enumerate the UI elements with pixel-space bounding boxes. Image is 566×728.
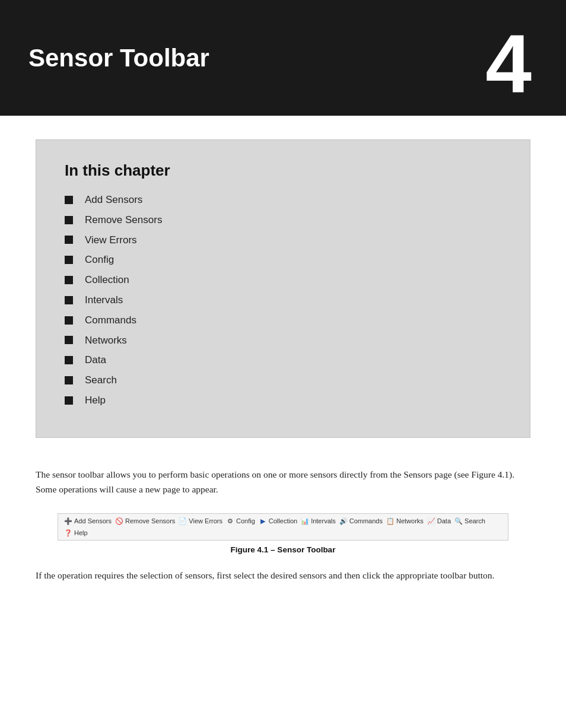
chapter-number: 4 <box>485 23 532 106</box>
bullet-icon <box>65 396 73 405</box>
list-item: Help <box>65 393 501 408</box>
list-item-label: Networks <box>85 333 127 348</box>
toolbar-item-label: Config <box>236 517 255 524</box>
toolbar-item-icon: ➕ <box>64 517 72 525</box>
bullet-icon <box>65 216 73 224</box>
list-item: Config <box>65 253 501 267</box>
toolbar-item-label: Networks <box>396 517 424 524</box>
toolbar-item-label: Add Sensors <box>74 517 112 524</box>
toolbar-item-label: Intervals <box>311 517 336 524</box>
toolbar-item[interactable]: 📈Data <box>427 517 451 525</box>
chapter-list: Add SensorsRemove SensorsView ErrorsConf… <box>65 193 501 408</box>
body-paragraph-1: The sensor toolbar allows you to perform… <box>36 468 530 497</box>
toolbar-item-label: View Errors <box>189 517 222 524</box>
toolbar-image: ➕Add Sensors🚫Remove Sensors📄View Errors⚙… <box>58 513 508 541</box>
bullet-icon <box>65 336 73 344</box>
list-item: Data <box>65 353 501 367</box>
toolbar-item-icon: ⚙ <box>226 517 234 525</box>
list-item: Remove Sensors <box>65 213 501 227</box>
bullet-icon <box>65 376 73 384</box>
list-item: Collection <box>65 273 501 287</box>
list-item-label: Help <box>85 393 106 408</box>
list-item-label: Add Sensors <box>85 193 142 207</box>
toolbar-item-icon: 📄 <box>179 517 187 525</box>
list-item-label: Remove Sensors <box>85 213 162 227</box>
toolbar-item[interactable]: ⚙Config <box>226 517 255 525</box>
list-item-label: Collection <box>85 273 129 287</box>
page-title: Sensor Toolbar <box>28 44 209 72</box>
bullet-icon <box>65 276 73 284</box>
toolbar-item-icon: ▶ <box>259 517 267 525</box>
list-item-label: Commands <box>85 313 136 328</box>
toolbar-item[interactable]: 🔍Search <box>454 517 485 525</box>
toolbar-item[interactable]: 🔊Commands <box>339 517 383 525</box>
toolbar-item-label: Collection <box>269 517 297 524</box>
figure-caption: Figure 4.1 – Sensor Toolbar <box>231 545 336 554</box>
bullet-icon <box>65 316 73 325</box>
toolbar-item[interactable]: 📋Networks <box>386 517 424 525</box>
toolbar-item[interactable]: 📊Intervals <box>301 517 336 525</box>
toolbar-item[interactable]: ➕Add Sensors <box>64 517 112 525</box>
list-item-label: Intervals <box>85 293 123 307</box>
bullet-icon <box>65 356 73 364</box>
toolbar-item[interactable]: 📄View Errors <box>179 517 222 525</box>
toolbar-item-label: Help <box>74 529 88 536</box>
chapter-box-heading: In this chapter <box>65 161 501 180</box>
toolbar-item-label: Remove Sensors <box>125 517 175 524</box>
header-banner: Sensor Toolbar 4 <box>0 0 566 116</box>
bullet-icon <box>65 236 73 244</box>
bullet-icon <box>65 256 73 264</box>
chapter-box: In this chapter Add SensorsRemove Sensor… <box>36 139 530 438</box>
body-paragraph-2: If the operation requires the selection … <box>36 568 530 583</box>
list-item-label: View Errors <box>85 233 137 247</box>
toolbar-item[interactable]: 🚫Remove Sensors <box>115 517 175 525</box>
list-item-label: Search <box>85 373 117 387</box>
list-item: Search <box>65 373 501 387</box>
list-item: View Errors <box>65 233 501 247</box>
toolbar-item-icon: 🔊 <box>339 517 348 525</box>
list-item-label: Config <box>85 253 114 267</box>
bullet-icon <box>65 196 73 204</box>
main-content: In this chapter Add SensorsRemove Sensor… <box>0 116 566 607</box>
list-item: Add Sensors <box>65 193 501 207</box>
toolbar-item-label: Commands <box>349 517 383 524</box>
toolbar-item-icon: 📋 <box>386 517 395 525</box>
toolbar-item-label: Data <box>437 517 451 524</box>
toolbar-item-label: Search <box>465 517 485 524</box>
toolbar-item[interactable]: ❓Help <box>64 529 88 537</box>
toolbar-item-icon: 📈 <box>427 517 435 525</box>
toolbar-item[interactable]: ▶Collection <box>259 517 297 525</box>
list-item: Intervals <box>65 293 501 307</box>
figure-area: ➕Add Sensors🚫Remove Sensors📄View Errors⚙… <box>36 513 530 554</box>
toolbar-item-icon: ❓ <box>64 529 72 537</box>
list-item: Commands <box>65 313 501 328</box>
toolbar-item-icon: 🚫 <box>115 517 123 525</box>
toolbar-item-icon: 📊 <box>301 517 309 525</box>
toolbar-item-icon: 🔍 <box>454 517 463 525</box>
list-item: Networks <box>65 333 501 348</box>
bullet-icon <box>65 296 73 304</box>
list-item-label: Data <box>85 353 106 367</box>
